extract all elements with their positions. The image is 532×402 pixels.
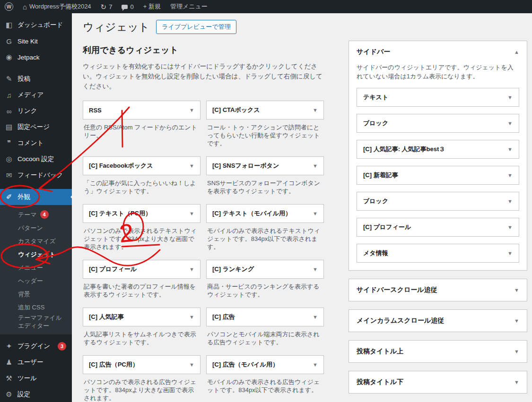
main-content: ウィジェット ライブプレビューで管理 利用できるウィジェット ウィジェットを有効… xyxy=(72,13,532,402)
area-widget-profile[interactable]: [C] プロフィール ▼ xyxy=(357,218,519,237)
live-preview-button[interactable]: ライブプレビューで管理 xyxy=(156,20,236,34)
widget-title: [C] ランキング xyxy=(212,265,254,274)
widget-card-sns-follow[interactable]: [C] SNSフォローボタン ▼ xyxy=(206,156,324,175)
sidebar-item-label: 固定ページ xyxy=(17,123,50,131)
sidebar-item-feedback[interactable]: ✉ フィードバック xyxy=(0,167,72,183)
widget-card-popular-posts[interactable]: [C] 人気記事 ▼ xyxy=(83,308,201,326)
widget-title: [C] 広告（PC用） xyxy=(89,360,139,369)
widget-area-header[interactable]: 投稿タイトル上 ▼ xyxy=(349,341,527,362)
widget-description: 商品・サービスのランキングを表示するウィジェットです。 xyxy=(207,282,323,299)
sidebar-item-posts[interactable]: ✎ 投稿 xyxy=(0,71,72,87)
sidebar-item-label: リンク xyxy=(17,107,37,115)
admin-menu-label: 管理メニュー xyxy=(170,2,208,11)
chevron-down-icon: ▼ xyxy=(313,163,318,169)
area-widget-title: ブロック xyxy=(363,119,388,128)
widget-title: RSS xyxy=(89,107,102,114)
widget-card-profile[interactable]: [C] プロフィール ▼ xyxy=(83,260,201,279)
sidebar-item-plugins[interactable]: ✦ プラグイン 3 xyxy=(0,338,72,354)
chevron-down-icon: ▼ xyxy=(514,379,519,385)
widget-card-cta-box[interactable]: [C] CTAボックス ▼ xyxy=(206,101,324,120)
widget-title: [C] テキスト（PC用） xyxy=(89,209,151,218)
available-widget-ad-pc: [C] 広告（PC用） ▼ パソコンのみで表示される広告ウィジェットです。834… xyxy=(83,355,201,402)
sidebar-subitem-customize[interactable]: カスタマイズ xyxy=(0,234,72,248)
jetpack-icon: ◉ xyxy=(5,53,13,61)
area-widget-block-1[interactable]: ブロック ▼ xyxy=(357,114,519,133)
sidebar-item-settings[interactable]: ⚙ 設定 xyxy=(0,386,72,402)
sidebar-item-tools[interactable]: ⚒ ツール xyxy=(0,370,72,386)
area-widget-meta[interactable]: メタ情報 ▼ xyxy=(357,244,519,263)
chevron-down-icon: ▼ xyxy=(507,224,513,230)
wordpress-logo-menu[interactable]: W xyxy=(0,0,18,13)
widget-card-facebook-box[interactable]: [C] Facebookボックス ▼ xyxy=(83,156,201,175)
subitem-label: 背景 xyxy=(18,290,30,298)
area-widget-text[interactable]: テキスト ▼ xyxy=(357,88,519,107)
widget-area-header[interactable]: サイドバースクロール追従 ▼ xyxy=(349,279,527,301)
sidebar-subitem-header[interactable]: ヘッダー xyxy=(0,274,72,287)
area-widget-popular-posts[interactable]: [C] 人気記事: 人気記事best３ ▼ xyxy=(357,140,519,159)
comments-menu[interactable]: 0 xyxy=(117,0,138,13)
area-widget-title: ブロック xyxy=(363,197,388,205)
widget-description: モバイルのみで表示されるテキストウィジェットです。834px以下で表示されます。 xyxy=(207,227,323,251)
sidebar-item-jetpack[interactable]: ◉ Jetpack xyxy=(0,49,72,65)
updates-menu[interactable]: ↻ 7 xyxy=(96,0,117,13)
chevron-up-icon: ▲ xyxy=(514,49,519,55)
sidebar-subitem-menus[interactable]: メニュー xyxy=(0,261,72,274)
widget-card-rss[interactable]: RSS ▼ xyxy=(83,101,201,120)
sidebar-item-label: コメント xyxy=(17,139,44,147)
sidebar-item-media[interactable]: ♫ メディア xyxy=(0,87,72,103)
widget-area-sidebar-header[interactable]: サイドバー ▲ xyxy=(349,41,527,63)
sidebar-item-label: 設定 xyxy=(17,390,30,399)
pages-icon: ▤ xyxy=(5,123,13,131)
sidebar-item-dashboard[interactable]: ◧ ダッシュボード xyxy=(0,17,72,33)
new-content-label: + 新規 xyxy=(143,2,161,11)
wordpress-logo-icon: W xyxy=(5,2,13,11)
sidebar-subitem-patterns[interactable]: パターン xyxy=(0,221,72,234)
widget-card-text-mobile[interactable]: [C] テキスト（モバイル用） ▼ xyxy=(206,204,324,223)
sidebar-subitem-background[interactable]: 背景 xyxy=(0,287,72,300)
widget-card-text-pc[interactable]: [C] テキスト（PC用） ▼ xyxy=(83,204,201,223)
area-widget-title: [C] プロフィール xyxy=(363,223,411,231)
sidebar-item-label: Site Kit xyxy=(17,38,38,45)
sidebar-item-links[interactable]: ∞ リンク xyxy=(0,103,72,119)
widget-description: 任意の RSS/Atom フィードからのエントリー。 xyxy=(84,123,200,139)
site-name-menu[interactable]: ⌂ Wordpress予備校2024 xyxy=(18,0,96,13)
sidebar-item-appearance[interactable]: ✐ 外観 xyxy=(0,189,72,205)
new-content-menu[interactable]: + 新規 xyxy=(139,0,166,13)
widget-area-header[interactable]: メインカラムスクロール追従 ▼ xyxy=(349,310,527,332)
sidebar-item-cocoon-settings[interactable]: ◎ Cocoon 設定 xyxy=(0,151,72,167)
widget-title: [C] SNSフォローボタン xyxy=(212,162,279,170)
widget-description: SNSサービスのフォローアイコンボタンを表示するウィジェットです。 xyxy=(207,179,323,195)
appearance-submenu: テーマ 4 パターン カスタマイズ ウィジェット メニュー ヘッダー 背景 xyxy=(0,205,72,334)
sidebar-subitem-widgets[interactable]: ウィジェット xyxy=(0,248,72,261)
wordpress-admin-widgets-page: W ⌂ Wordpress予備校2024 ↻ 7 0 + 新規 管理メニュー ◧… xyxy=(0,0,532,402)
sidebar-item-comments[interactable]: ❞ コメント xyxy=(0,135,72,151)
widget-areas-panel: サイドバー ▲ サイドバーのウィジットエリアです。ウィジェットを入れていない場合… xyxy=(349,41,527,402)
chevron-down-icon: ▼ xyxy=(189,314,194,320)
plugin-update-badge: 3 xyxy=(58,342,66,351)
updates-icon: ↻ xyxy=(101,3,107,10)
widget-card-ad-pc[interactable]: [C] 広告（PC用） ▼ xyxy=(83,355,201,374)
sidebar-item-pages[interactable]: ▤ 固定ページ xyxy=(0,119,72,135)
area-widget-new-posts[interactable]: [C] 新着記事 ▼ xyxy=(357,166,519,185)
sidebar-subitem-themes[interactable]: テーマ 4 xyxy=(0,208,72,221)
available-widget-ad-mobile: [C] 広告（モバイル用） ▼ モバイルのみで表示される広告ウィジェットです。8… xyxy=(206,355,324,402)
area-widget-block-2[interactable]: ブロック ▼ xyxy=(357,192,519,211)
sidebar-item-label: ユーザー xyxy=(17,358,44,367)
widget-area-header[interactable]: 投稿タイトル下 ▼ xyxy=(349,371,527,393)
admin-menu-item[interactable]: 管理メニュー xyxy=(166,0,212,13)
sidebar-item-users[interactable]: ♟ ユーザー xyxy=(0,354,72,370)
sidebar-item-site-kit[interactable]: G Site Kit xyxy=(0,33,72,49)
sidebar-subitem-additional-css[interactable]: 追加 CSS xyxy=(0,300,72,314)
subitem-label: テーマファイルエディター xyxy=(18,314,67,330)
area-widget-title: メタ情報 xyxy=(363,249,388,257)
chevron-down-icon: ▼ xyxy=(189,107,194,113)
widget-title: [C] 人気記事 xyxy=(89,313,124,321)
subitem-label: テーマ xyxy=(18,211,37,219)
home-icon: ⌂ xyxy=(23,3,27,10)
chevron-down-icon: ▼ xyxy=(313,314,318,320)
widget-card-ad[interactable]: [C] 広告 ▼ xyxy=(206,308,324,326)
chevron-down-icon: ▼ xyxy=(189,211,194,216)
sidebar-subitem-theme-file-editor[interactable]: テーマファイルエディター xyxy=(0,314,72,330)
widget-card-ad-mobile[interactable]: [C] 広告（モバイル用） ▼ xyxy=(206,355,324,374)
widget-card-ranking[interactable]: [C] ランキング ▼ xyxy=(206,260,324,279)
